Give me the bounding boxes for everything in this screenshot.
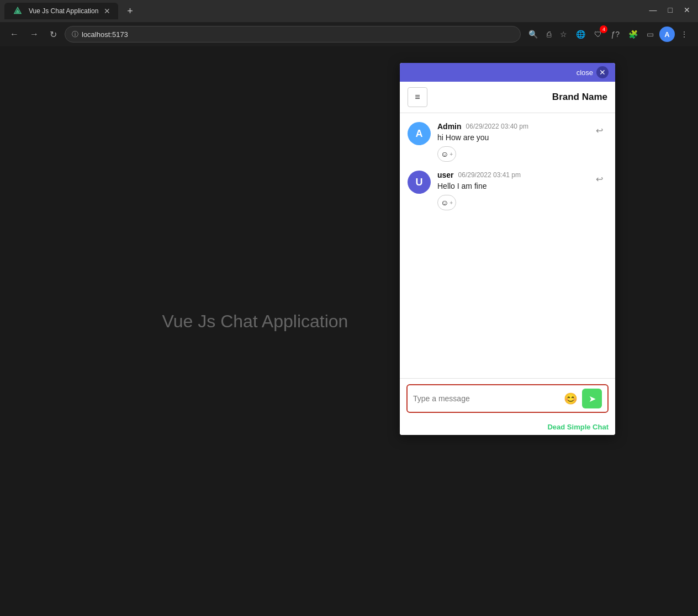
chat-header: ≡ Brand Name	[400, 82, 615, 113]
browser-chrome: Vue Js Chat Application ✕ + — □ ✕ ← → ↻ …	[0, 0, 698, 46]
minimize-button[interactable]: —	[646, 4, 660, 15]
bookmark-icon[interactable]: ☆	[557, 28, 570, 41]
chat-input-area: 😊 ➤	[400, 378, 615, 418]
plus-icon: +	[450, 200, 453, 206]
message-sender: Admin	[437, 122, 462, 131]
maximize-button[interactable]: □	[665, 4, 676, 15]
message-sender: user	[437, 171, 454, 179]
close-icon[interactable]: ✕	[596, 66, 609, 78]
brand-name: Brand Name	[552, 92, 607, 103]
message-text: hi How are you	[437, 133, 584, 142]
sidebar-icon[interactable]: ▭	[643, 28, 657, 41]
plus-icon: +	[450, 151, 453, 157]
tab-title: Vue Js Chat Application	[29, 7, 98, 15]
message-content: Admin 06/29/2022 03:40 pm hi How are you…	[437, 122, 584, 162]
new-tab-button[interactable]: +	[123, 3, 138, 19]
info-icon: ⓘ	[72, 30, 78, 39]
add-emoji-button[interactable]: ☺ +	[437, 146, 456, 162]
profile-avatar[interactable]: A	[659, 26, 675, 42]
hamburger-icon: ≡	[415, 92, 420, 102]
message-content: user 06/29/2022 03:41 pm Hello I am fine…	[437, 171, 584, 210]
table-row: A Admin 06/29/2022 03:40 pm hi How are y…	[408, 122, 607, 166]
close-label[interactable]: close	[577, 68, 593, 77]
menu-dots-icon[interactable]: ⋮	[677, 28, 691, 41]
reply-button[interactable]: ↩	[591, 122, 607, 139]
close-window-button[interactable]: ✕	[680, 4, 694, 15]
emoji-icon: ☺	[441, 198, 448, 207]
message-header: Admin 06/29/2022 03:40 pm	[437, 122, 584, 131]
fira-icon[interactable]: ƒ?	[607, 28, 623, 41]
emoji-picker-button[interactable]: 😊	[564, 392, 578, 405]
refresh-button[interactable]: ↻	[46, 27, 60, 42]
badge-count: 4	[600, 25, 607, 33]
page-content: Vue Js Chat Application close ✕ ≡ Brand …	[0, 46, 698, 596]
back-button[interactable]: ←	[7, 27, 22, 41]
menu-button[interactable]: ≡	[408, 87, 427, 107]
table-row: U user 06/29/2022 03:41 pm Hello I am fi…	[408, 171, 607, 215]
extension-badge-icon[interactable]: 🛡 4	[591, 28, 605, 41]
message-text: Hello I am fine	[437, 182, 584, 190]
zoom-icon[interactable]: 🔍	[525, 28, 541, 41]
message-input[interactable]	[413, 394, 559, 403]
extension-icon-1[interactable]: 🌐	[573, 28, 589, 41]
tab-close-button[interactable]: ✕	[103, 7, 112, 15]
reply-button[interactable]: ↩	[591, 171, 607, 187]
active-tab[interactable]: Vue Js Chat Application ✕	[4, 3, 118, 19]
message-header: user 06/29/2022 03:41 pm	[437, 171, 584, 179]
toolbar-icons: 🔍 ⎙ ☆ 🌐 🛡 4 ƒ? 🧩 ▭ A ⋮	[525, 26, 691, 42]
window-controls: — □ ✕	[646, 4, 694, 15]
send-icon: ➤	[589, 394, 596, 404]
footer-link[interactable]: Dead Simple Chat	[547, 423, 609, 431]
tab-favicon	[11, 4, 24, 18]
page-background-title: Vue Js Chat Application	[162, 311, 348, 332]
address-field[interactable]: ⓘ localhost:5173	[65, 26, 521, 43]
title-bar: Vue Js Chat Application ✕ + — □ ✕	[0, 0, 698, 22]
avatar: U	[408, 171, 431, 194]
send-button[interactable]: ➤	[582, 389, 602, 408]
avatar: A	[408, 122, 431, 145]
chat-close-bar: close ✕	[400, 63, 615, 82]
chat-footer: Dead Simple Chat	[400, 418, 615, 435]
forward-button[interactable]: →	[27, 27, 42, 41]
chat-input-box: 😊 ➤	[406, 384, 609, 413]
puzzle-icon[interactable]: 🧩	[625, 28, 641, 41]
add-emoji-button[interactable]: ☺ +	[437, 195, 456, 210]
share-icon[interactable]: ⎙	[543, 28, 554, 41]
message-time: 06/29/2022 03:40 pm	[466, 123, 528, 130]
chat-widget: close ✕ ≡ Brand Name A Admin 06/29/2022 …	[400, 63, 615, 435]
address-bar: ← → ↻ ⓘ localhost:5173 🔍 ⎙ ☆ 🌐 🛡 4 ƒ? 🧩 …	[0, 22, 698, 46]
url-text: localhost:5173	[82, 30, 128, 39]
emoji-icon: ☺	[441, 150, 448, 158]
message-time: 06/29/2022 03:41 pm	[458, 171, 521, 179]
chat-messages: A Admin 06/29/2022 03:40 pm hi How are y…	[400, 113, 615, 378]
